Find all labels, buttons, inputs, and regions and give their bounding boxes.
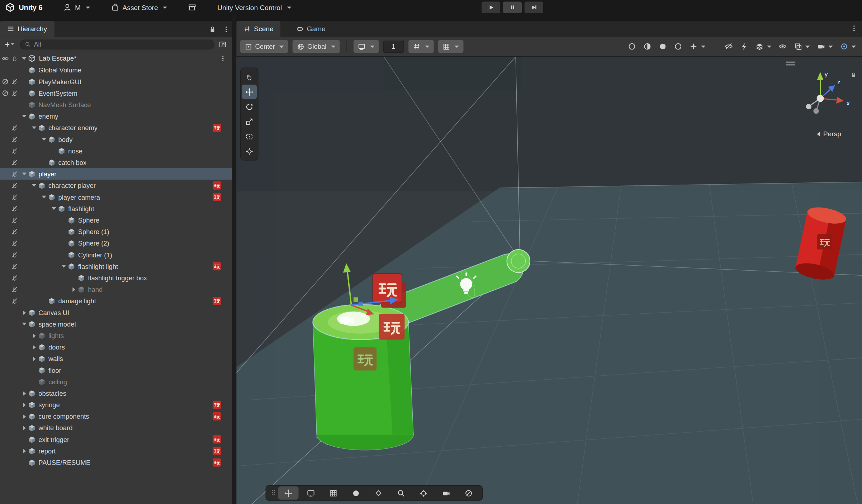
row-visibility-gutter[interactable] [0,182,20,189]
scene-lighting-toggle[interactable] [628,42,636,51]
hierarchy-row-global-volume[interactable]: Global Volume [0,64,232,76]
foldout-toggle[interactable] [40,196,48,199]
hierarchy-row-sphere-2[interactable]: Sphere (2) [0,237,232,249]
row-visibility-gutter[interactable] [0,228,20,235]
hierarchy-row-flashlight-light[interactable]: flashlight light [0,261,232,272]
hierarchy-row-eventsystem[interactable]: EventSystem [0,87,232,99]
eye-icon[interactable] [2,55,9,62]
handle-orientation-dropdown[interactable]: Global [293,40,340,53]
foldout-toggle[interactable] [20,323,28,325]
row-visibility-gutter[interactable] [0,170,20,177]
hierarchy-row-player-camera[interactable]: player camera [0,191,232,203]
transform-tool[interactable] [242,144,257,158]
tab-game[interactable]: Game [289,21,332,37]
tab-scene[interactable]: Scene [236,21,280,37]
overlay-shading[interactable] [346,486,366,500]
pivot-mode-dropdown[interactable]: Center [240,40,288,53]
hierarchy-row-cylinder-1[interactable]: Cylinder (1) [0,249,232,261]
row-visibility-gutter[interactable] [0,124,20,132]
foldout-toggle[interactable] [20,172,28,175]
hierarchy-row-navmesh-surface[interactable]: NavMesh Surface [0,99,232,110]
foldout-toggle[interactable] [30,356,38,361]
row-visibility-gutter[interactable] [0,297,20,304]
axis-x-label[interactable]: x [847,100,850,107]
row-visibility-gutter[interactable] [0,159,20,166]
camera-gizmo-icon[interactable] [340,317,354,324]
pause-button[interactable] [503,2,522,13]
hierarchy-row-doors[interactable]: doors [0,341,232,353]
playmaker-sprite[interactable] [817,234,832,249]
foldout-toggle[interactable] [20,449,28,453]
hierarchy-row-walls[interactable]: walls [0,353,232,364]
row-visibility-gutter[interactable] [0,263,20,270]
foldout-toggle[interactable] [30,184,38,187]
hierarchy-row-lights[interactable]: lights [0,330,232,341]
package-manager-button[interactable] [188,3,196,11]
kebab-menu-icon[interactable] [223,26,230,33]
overlay-drag-handle[interactable] [269,489,276,498]
foldout-toggle[interactable] [20,310,28,314]
overlay-wireframe[interactable] [368,486,389,500]
scene-fx-dropdown[interactable] [690,42,705,51]
row-visibility-gutter[interactable] [0,286,20,293]
hierarchy-row-enemy[interactable]: enemy [0,110,232,122]
hierarchy-row-exit-trigger[interactable]: exit trigger [0,434,232,445]
hierarchy-row-playmakergui[interactable]: PlayMakerGUI [0,76,232,87]
foldout-toggle[interactable] [70,287,77,291]
increment-snap-dropdown[interactable] [408,40,434,53]
scene-panel-menu-button[interactable] [851,23,858,33]
overlay-grid[interactable] [323,486,344,500]
foldout-toggle[interactable] [30,333,38,338]
rect-tool[interactable] [242,129,257,143]
version-control-menu[interactable]: Unity Version Control [217,4,291,11]
hierarchy-row-floor[interactable]: floor [0,365,232,376]
asset-store-menu[interactable]: Asset Store [111,3,167,11]
playmaker-sprite[interactable] [354,347,376,370]
hierarchy-row-sphere-1[interactable]: Sphere (1) [0,226,232,237]
foldout-toggle[interactable] [60,265,67,268]
axis-y-label[interactable]: y [825,71,828,78]
row-visibility-gutter[interactable] [0,205,20,212]
hierarchy-row-canvas-ui[interactable]: Canvas UI [0,307,232,318]
hierarchy-row-obstacles[interactable]: obstacles [0,387,232,399]
foldout-toggle[interactable] [50,207,58,210]
search-window-button[interactable] [219,41,226,48]
hierarchy-row-sphere[interactable]: Sphere [0,214,232,226]
rotate-tool[interactable] [242,100,257,114]
axis-tripod[interactable]: y z x [782,62,859,123]
scene-options-button[interactable] [219,55,227,62]
hierarchy-row-catch-box[interactable]: catch box [0,157,232,168]
foldout-toggle[interactable] [30,127,38,129]
hierarchy-row-body[interactable]: body [0,134,232,145]
lock-icon[interactable] [209,26,216,33]
playmaker-sprite[interactable] [373,274,402,303]
row-visibility-gutter[interactable] [0,90,20,97]
row-visibility-gutter[interactable] [0,239,20,247]
foldout-toggle[interactable] [30,345,38,349]
hierarchy-row-space-model[interactable]: space model [0,318,232,330]
hierarchy-row-player[interactable]: player [0,168,232,180]
step-button[interactable] [525,2,543,13]
foldout-toggle[interactable] [20,403,28,407]
projection-mode[interactable]: Persp [817,130,841,138]
scene-visibility-toggle[interactable] [778,42,787,51]
scene-visibility-gutter[interactable] [0,55,20,62]
foldout-toggle[interactable] [40,138,48,141]
row-visibility-gutter[interactable] [0,217,20,224]
scene-foldout[interactable] [20,57,28,60]
scene-debug-toggle[interactable] [740,42,748,51]
hierarchy-row-cure-components[interactable]: cure components [0,410,232,422]
isolation-dropdown[interactable] [794,42,810,51]
hierarchy-row-ceiling[interactable]: ceiling [0,376,232,387]
hierarchy-search-input[interactable]: All [20,39,214,49]
overlay-search[interactable] [391,486,411,500]
scene-audio-toggle[interactable] [643,42,652,51]
lock-icon[interactable] [851,72,857,78]
overlays-dropdown[interactable] [756,42,771,51]
row-visibility-gutter[interactable] [0,78,20,85]
snap-settings-dropdown[interactable] [353,40,379,53]
hierarchy-row-report[interactable]: report [0,445,232,457]
tab-hierarchy[interactable]: Hierarchy [0,21,54,37]
foldout-toggle[interactable] [20,414,28,418]
hierarchy-row-hand[interactable]: hand [0,284,232,295]
